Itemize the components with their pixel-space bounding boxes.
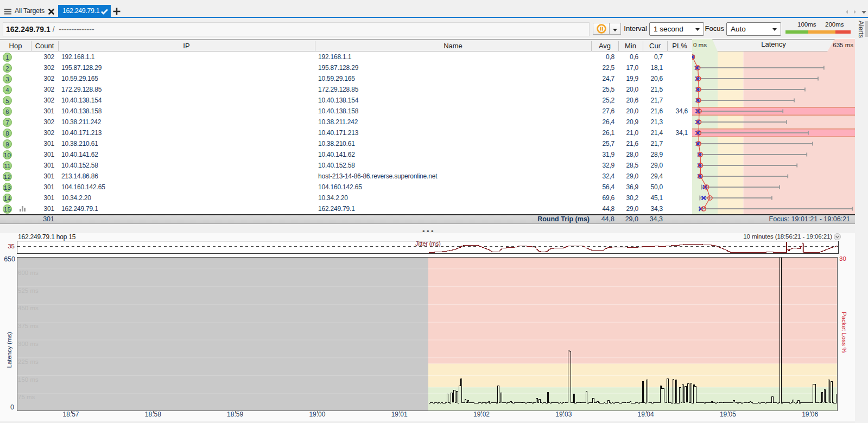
svg-text:300 ms: 300 ms xyxy=(18,341,39,347)
svg-text:450 ms: 450 ms xyxy=(18,305,39,311)
svg-text:525 ms: 525 ms xyxy=(18,287,39,294)
svg-text:75 ms: 75 ms xyxy=(18,394,35,400)
svg-text:Jitter (ms): Jitter (ms) xyxy=(415,241,441,247)
svg-text:150 ms: 150 ms xyxy=(18,376,39,383)
svg-text:600 ms: 600 ms xyxy=(18,270,39,276)
svg-text:225 ms: 225 ms xyxy=(18,358,39,365)
svg-text:375 ms: 375 ms xyxy=(18,323,39,329)
